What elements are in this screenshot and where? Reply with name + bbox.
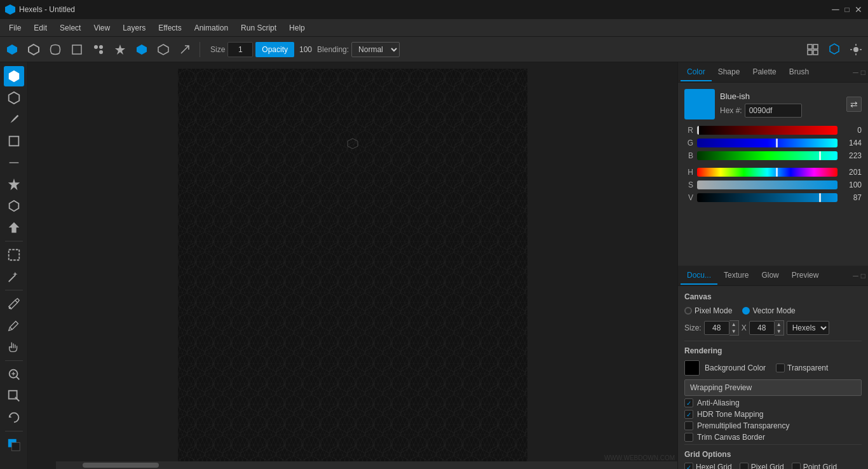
unit-select[interactable]: Hexels Pixels xyxy=(787,321,829,335)
menu-view[interactable]: View xyxy=(87,21,116,35)
sun-button[interactable] xyxy=(846,40,865,59)
anti-aliasing-checkbox[interactable] xyxy=(684,398,693,407)
toolbar-tool-2[interactable] xyxy=(24,40,43,59)
s-slider[interactable] xyxy=(697,180,837,189)
tool-arrow[interactable] xyxy=(4,217,24,238)
tool-transform[interactable] xyxy=(4,153,24,173)
wrapping-preview-button[interactable]: Wrapping Preview xyxy=(684,379,862,396)
toolbar-arrow-tool[interactable] xyxy=(175,40,194,59)
tab-color[interactable]: Color xyxy=(681,64,712,81)
height-arrows[interactable]: ▲ ▼ xyxy=(775,320,784,336)
tool-rotate[interactable] xyxy=(4,407,24,428)
tool-hex-outline[interactable] xyxy=(4,88,24,108)
menu-layers[interactable]: Layers xyxy=(116,21,152,35)
toolbar-hex-tool[interactable] xyxy=(3,40,22,59)
svg-marker-1 xyxy=(29,44,39,55)
point-grid-checkbox[interactable] xyxy=(792,463,801,469)
tool-hex-paint[interactable] xyxy=(4,66,24,86)
vector-mode-radio[interactable]: Vector Mode xyxy=(742,306,795,315)
menu-help[interactable]: Help xyxy=(283,21,311,35)
panel-expand[interactable]: □ xyxy=(861,68,865,77)
h-value: 201 xyxy=(841,168,862,177)
transparent-checkbox[interactable] xyxy=(776,364,785,372)
trim-canvas-checkbox[interactable] xyxy=(684,433,693,442)
tool-rect-select[interactable] xyxy=(4,245,24,265)
v-slider[interactable] xyxy=(697,193,837,202)
blending-select[interactable]: Normal Multiply Screen Overlay Add xyxy=(351,42,400,57)
pixel-grid-checkbox[interactable] xyxy=(740,463,749,469)
menu-select[interactable]: Select xyxy=(53,21,87,35)
close-button[interactable]: ✕ xyxy=(854,5,863,14)
hex-input[interactable] xyxy=(745,104,802,118)
tab-brush[interactable]: Brush xyxy=(783,64,815,81)
tab-texture[interactable]: Texture xyxy=(717,267,755,285)
svg-rect-47 xyxy=(178,69,527,463)
minimize-button[interactable]: ─ xyxy=(831,5,840,14)
tool-pencil[interactable] xyxy=(4,315,24,336)
width-arrows[interactable]: ▲ ▼ xyxy=(729,320,739,336)
panel-minus[interactable]: ─ xyxy=(853,68,858,77)
menu-file[interactable]: File xyxy=(3,21,27,35)
tab-preview[interactable]: Preview xyxy=(785,267,825,285)
doc-panel-minus[interactable]: ─ xyxy=(853,271,858,280)
hex-canvas[interactable] xyxy=(178,69,527,463)
window-controls[interactable]: ─ □ ✕ xyxy=(831,5,863,14)
menu-edit[interactable]: Edit xyxy=(27,21,53,35)
width-stepper[interactable]: ▲ ▼ xyxy=(704,320,739,336)
color-swap-button[interactable]: ⇄ xyxy=(846,97,862,112)
size-input[interactable] xyxy=(227,42,253,57)
grid-view-button[interactable] xyxy=(803,40,822,59)
tool-star[interactable] xyxy=(4,174,24,194)
height-input[interactable] xyxy=(749,321,775,335)
r-label: R xyxy=(684,126,693,135)
hdr-tone-checkbox[interactable] xyxy=(684,410,693,419)
tab-glow[interactable]: Glow xyxy=(755,267,785,285)
tab-shape[interactable]: Shape xyxy=(712,64,747,81)
height-down[interactable]: ▼ xyxy=(775,328,783,335)
maximize-button[interactable]: □ xyxy=(843,5,851,14)
tool-eyedropper[interactable] xyxy=(4,294,24,314)
h-scroll-thumb[interactable] xyxy=(83,463,159,468)
h-slider[interactable] xyxy=(697,168,837,177)
svg-rect-25 xyxy=(8,250,19,261)
toolbar-tool-4[interactable] xyxy=(67,40,86,59)
toolbar-tool-3[interactable] xyxy=(46,40,65,59)
toolbar-tool-7[interactable] xyxy=(132,40,151,59)
tool-zoom-rect[interactable] xyxy=(4,386,24,406)
color-swatch[interactable] xyxy=(684,89,715,119)
color-panel-tabs: Color Shape Palette Brush ─ □ xyxy=(678,62,868,83)
doc-panel-expand[interactable]: □ xyxy=(861,271,865,280)
tool-zoom[interactable] xyxy=(4,364,24,384)
hexel-grid-checkbox[interactable] xyxy=(684,463,693,469)
width-up[interactable]: ▲ xyxy=(729,321,738,328)
tool-color-swap[interactable] xyxy=(4,435,24,455)
svg-rect-11 xyxy=(808,50,812,55)
pixel-mode-radio[interactable]: Pixel Mode xyxy=(684,306,732,315)
tool-shape[interactable] xyxy=(4,131,24,151)
tool-grab[interactable] xyxy=(4,337,24,357)
anti-aliasing-label: Anti-Aliasing xyxy=(697,398,740,407)
height-stepper[interactable]: ▲ ▼ xyxy=(749,320,784,336)
toolbar-tool-6[interactable] xyxy=(111,40,130,59)
hex-view-button[interactable] xyxy=(825,40,844,59)
h-scrollbar[interactable] xyxy=(56,461,677,469)
tool-brush[interactable] xyxy=(4,109,24,130)
tool-hex-fill[interactable] xyxy=(4,196,24,216)
menu-runscript[interactable]: Run Script xyxy=(234,21,283,35)
width-input[interactable] xyxy=(704,321,729,335)
width-down[interactable]: ▼ xyxy=(729,328,738,335)
b-slider[interactable] xyxy=(697,151,837,160)
tab-document[interactable]: Docu... xyxy=(681,267,717,285)
tool-magic-wand[interactable] xyxy=(4,266,24,287)
tab-palette[interactable]: Palette xyxy=(746,64,782,81)
g-slider[interactable] xyxy=(697,139,837,147)
height-up[interactable]: ▲ xyxy=(775,321,783,328)
menu-effects[interactable]: Effects xyxy=(152,21,187,35)
toolbar-tool-8[interactable] xyxy=(154,40,173,59)
premultiplied-checkbox[interactable] xyxy=(684,421,693,430)
bg-color-swatch[interactable] xyxy=(684,360,700,376)
r-slider[interactable] xyxy=(697,126,837,135)
menu-animation[interactable]: Animation xyxy=(188,21,234,35)
toolbar-tool-5[interactable] xyxy=(89,40,108,59)
opacity-button[interactable]: Opacity xyxy=(255,42,294,57)
